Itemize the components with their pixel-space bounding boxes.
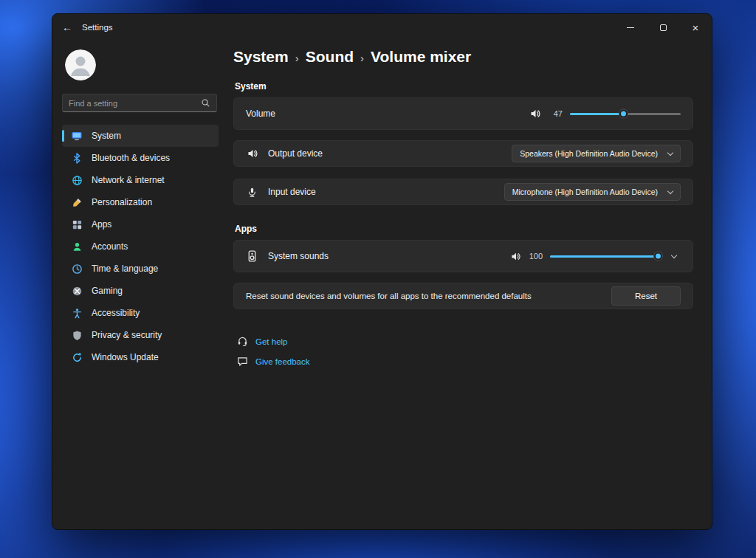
sidebar-item-personalization[interactable]: Personalization: [62, 191, 219, 213]
maximize-button[interactable]: [647, 14, 679, 41]
chevron-down-icon: [667, 187, 673, 193]
sidebar-item-network-internet[interactable]: Network & internet: [62, 169, 219, 191]
sidebar-item-accessibility[interactable]: Accessibility: [62, 302, 219, 324]
reset-card: Reset sound devices and volumes for all …: [233, 283, 693, 309]
bluetooth-icon: [71, 152, 83, 164]
input-device-card: Input device Microphone (High Definition…: [233, 179, 693, 205]
sidebar-item-gaming[interactable]: Gaming: [62, 280, 219, 302]
system-sounds-value: 100: [529, 252, 543, 261]
chevron-down-icon: [671, 252, 677, 258]
system-sounds-slider[interactable]: [550, 250, 657, 262]
sidebar-nav: System Bluetooth & devices Network & int…: [62, 125, 226, 368]
back-button[interactable]: ←: [52, 14, 82, 41]
settings-window: ← Settings ×: [52, 13, 712, 530]
output-device-card: Output device Speakers (High Definition …: [233, 140, 693, 167]
minimize-icon: [627, 27, 634, 28]
speaker-icon: [510, 251, 521, 262]
output-device-label: Output device: [268, 148, 323, 159]
window-title: Settings: [82, 23, 113, 32]
close-icon: ×: [693, 21, 699, 34]
apps-grid-icon: [71, 218, 83, 230]
volume-controls: 47: [529, 108, 681, 120]
titlebar: ← Settings ×: [52, 14, 712, 41]
chevron-right-icon: ›: [295, 49, 299, 64]
get-help-link[interactable]: Get help: [255, 337, 287, 346]
volume-label: Volume: [246, 108, 275, 119]
section-header-system: System: [235, 81, 693, 92]
sidebar-item-time-language[interactable]: Time & language: [62, 258, 219, 280]
system-sounds-app-icon: [246, 250, 258, 263]
breadcrumb: System › Sound › Volume mixer: [233, 48, 693, 66]
reset-button[interactable]: Reset: [611, 286, 681, 306]
system-sounds-label: System sounds: [268, 251, 329, 261]
reset-description: Reset sound devices and volumes for all …: [246, 292, 532, 300]
volume-card: Volume 47: [233, 97, 693, 130]
headset-icon: [237, 336, 248, 347]
speaker-icon: [246, 148, 258, 160]
main-content: System › Sound › Volume mixer System Vol…: [226, 41, 712, 529]
shield-icon: [71, 329, 83, 341]
sidebar-item-privacy-security[interactable]: Privacy & security: [62, 324, 219, 346]
sidebar-item-label: Gaming: [92, 286, 123, 296]
search-box: [62, 94, 217, 112]
minimize-button[interactable]: [614, 14, 647, 41]
update-arrows-icon: [71, 351, 83, 363]
sidebar-item-apps[interactable]: Apps: [62, 213, 219, 235]
globe-icon: [71, 174, 83, 186]
input-device-dropdown[interactable]: Microphone (High Definition Audio Device…: [504, 183, 681, 201]
page-title: Volume mixer: [371, 48, 471, 66]
input-device-value: Microphone (High Definition Audio Device…: [512, 187, 658, 196]
clock-icon: [71, 263, 83, 275]
caption-controls: ×: [614, 14, 712, 41]
avatar[interactable]: [65, 49, 96, 80]
brush-icon: [71, 196, 83, 208]
sidebar-item-label: Bluetooth & devices: [92, 153, 170, 163]
sidebar-item-accounts[interactable]: Accounts: [62, 235, 219, 258]
system-sounds-controls: 100: [510, 249, 681, 263]
get-help-row: Get help: [237, 336, 693, 347]
sidebar-item-label: Accessibility: [92, 308, 140, 318]
sidebar-item-label: Apps: [92, 219, 111, 230]
maximize-icon: [660, 24, 667, 31]
person-icon: [71, 241, 83, 252]
sidebar-item-bluetooth-devices[interactable]: Bluetooth & devices: [62, 147, 219, 169]
output-device-value: Speakers (High Definition Audio Device): [520, 149, 658, 158]
search-icon: [201, 98, 210, 108]
sidebar-item-system[interactable]: System: [62, 125, 219, 147]
give-feedback-link[interactable]: Give feedback: [255, 357, 310, 366]
volume-slider[interactable]: [570, 108, 681, 120]
window-body: System Bluetooth & devices Network & int…: [52, 41, 712, 529]
breadcrumb-sound[interactable]: Sound: [306, 48, 354, 66]
breadcrumb-system[interactable]: System: [233, 48, 289, 66]
back-arrow-icon: ←: [62, 21, 72, 33]
slider-thumb[interactable]: [654, 252, 662, 261]
xbox-icon: [71, 285, 83, 297]
output-device-dropdown[interactable]: Speakers (High Definition Audio Device): [512, 145, 681, 162]
speaker-icon: [529, 108, 541, 120]
input-device-label: Input device: [268, 187, 316, 197]
system-sounds-card: System sounds 100: [233, 240, 693, 272]
desktop-wallpaper: ← Settings ×: [0, 0, 756, 558]
expand-button[interactable]: [667, 249, 681, 263]
slider-fill: [550, 255, 657, 258]
sidebar-item-label: System: [92, 131, 121, 141]
sidebar-item-label: Time & language: [92, 264, 158, 274]
search-input[interactable]: [69, 99, 201, 108]
user-avatar-icon: [65, 49, 96, 80]
slider-thumb[interactable]: [619, 110, 628, 118]
selected-indicator: [62, 130, 64, 142]
section-header-apps: Apps: [235, 224, 693, 234]
chevron-down-icon: [667, 149, 673, 155]
slider-fill: [570, 113, 622, 115]
sidebar-item-label: Accounts: [92, 241, 128, 252]
sidebar-item-label: Personalization: [92, 197, 152, 207]
sidebar: System Bluetooth & devices Network & int…: [52, 41, 226, 529]
accessibility-icon: [71, 307, 83, 319]
close-button[interactable]: ×: [679, 14, 712, 41]
give-feedback-row: Give feedback: [237, 356, 693, 367]
volume-value: 47: [549, 109, 563, 118]
sidebar-item-label: Privacy & security: [92, 330, 162, 340]
sidebar-item-windows-update[interactable]: Windows Update: [62, 346, 219, 368]
feedback-icon: [237, 356, 248, 367]
system-icon: [71, 130, 83, 142]
